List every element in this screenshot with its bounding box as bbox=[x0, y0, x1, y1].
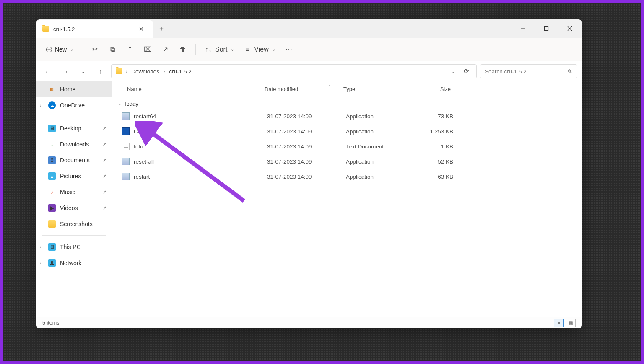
column-size[interactable]: Size bbox=[409, 86, 451, 92]
search-input[interactable] bbox=[485, 68, 567, 75]
sidebar-item-network[interactable]: › 🖧 Network bbox=[36, 255, 112, 271]
sidebar-label: This PC bbox=[60, 244, 81, 250]
new-button[interactable]: New ⌄ bbox=[42, 42, 77, 57]
expand-icon[interactable]: › bbox=[40, 103, 41, 108]
tab-active[interactable]: cru-1.5.2 ✕ bbox=[36, 20, 153, 38]
sidebar-item-downloads[interactable]: ↓Downloads📌︎ bbox=[36, 136, 112, 152]
ic-doc-icon: 📄︎ bbox=[48, 156, 56, 164]
chevron-right-icon: › bbox=[126, 69, 127, 74]
chevron-down-icon: ⌄ bbox=[118, 101, 121, 106]
sidebar-label: Network bbox=[60, 260, 81, 266]
pin-icon: 📌︎ bbox=[102, 190, 106, 195]
tab-close-button[interactable]: ✕ bbox=[135, 23, 147, 35]
minimize-button[interactable] bbox=[511, 19, 535, 38]
file-name: restart bbox=[134, 174, 267, 180]
chevron-down-icon: ⌄ bbox=[272, 47, 275, 52]
up-button[interactable]: ↑ bbox=[93, 64, 108, 78]
file-list: Name Date modified Type Size ⌄ Today res… bbox=[112, 81, 582, 317]
file-icon bbox=[122, 143, 130, 150]
rename-icon: ⌧ bbox=[143, 45, 152, 54]
sidebar-label: Music bbox=[60, 189, 75, 195]
sidebar-item-documents[interactable]: 📄︎Documents📌︎ bbox=[36, 152, 112, 168]
file-size: 1,253 KB bbox=[411, 128, 453, 135]
close-button[interactable] bbox=[558, 19, 582, 38]
delete-button[interactable]: 🗑︎ bbox=[175, 42, 190, 57]
file-row[interactable]: reset-all31-07-2023 14:09Application52 K… bbox=[112, 154, 582, 169]
new-tab-button[interactable]: ＋ bbox=[153, 19, 170, 38]
ic-video-icon: ▶ bbox=[48, 204, 56, 212]
status-bar: 5 items ≡ ▦ bbox=[36, 317, 582, 328]
recent-button[interactable]: ⌄ bbox=[76, 64, 90, 78]
details-view-toggle[interactable]: ≡ bbox=[554, 319, 564, 327]
ic-music-icon: ♪ bbox=[48, 188, 56, 196]
file-date: 31-07-2023 14:09 bbox=[267, 174, 346, 180]
view-button[interactable]: ≡ View ⌄ bbox=[240, 42, 278, 57]
ic-down-icon: ↓ bbox=[48, 140, 56, 148]
more-button[interactable]: ⋯ bbox=[281, 42, 296, 57]
home-icon: 🏠︎ bbox=[48, 86, 56, 93]
maximize-button[interactable] bbox=[535, 19, 558, 38]
view-icon: ≡ bbox=[243, 45, 252, 54]
sidebar-item-onedrive[interactable]: › ☁ OneDrive bbox=[36, 97, 112, 113]
sidebar-label: Screenshots bbox=[60, 221, 93, 227]
copy-button[interactable]: ⧉ bbox=[105, 42, 120, 57]
column-date[interactable]: Date modified bbox=[265, 86, 343, 92]
forward-button[interactable]: → bbox=[58, 64, 73, 78]
breadcrumb-item-downloads[interactable]: Downloads bbox=[130, 68, 160, 75]
titlebar: cru-1.5.2 ✕ ＋ bbox=[36, 19, 582, 38]
copy-icon: ⧉ bbox=[108, 45, 117, 54]
clipboard-icon: 📋︎ bbox=[126, 45, 134, 54]
file-type: Text Document bbox=[346, 143, 411, 150]
toolbar: New ⌄ ✂ ⧉ 📋︎ ⌧ ↗ 🗑︎ ↑↓ Sort ⌄ ≡ View ⌄ ⋯ bbox=[36, 38, 582, 61]
file-row[interactable]: restart31-07-2023 14:09Application63 KB bbox=[112, 169, 582, 184]
sidebar-item-thispc[interactable]: › 🖥︎ This PC bbox=[36, 239, 112, 255]
breadcrumb-item-current[interactable]: cru-1.5.2 bbox=[168, 68, 192, 75]
group-header-today[interactable]: ⌄ Today bbox=[112, 97, 582, 109]
sidebar-item-music[interactable]: ♪Music📌︎ bbox=[36, 184, 112, 200]
sidebar-label: Desktop bbox=[60, 125, 81, 132]
sidebar-item-home[interactable]: 🏠︎ Home bbox=[36, 81, 112, 97]
sidebar-item-videos[interactable]: ▶Videos📌︎ bbox=[36, 200, 112, 216]
monitor-icon: 🖥︎ bbox=[48, 243, 56, 251]
status-text: 5 items bbox=[42, 320, 59, 326]
sidebar-item-screenshots[interactable]: Screenshots bbox=[36, 216, 112, 232]
sort-button[interactable]: ↑↓ Sort ⌄ bbox=[201, 42, 237, 57]
sidebar-label: Downloads bbox=[60, 141, 89, 148]
file-date: 31-07-2023 14:09 bbox=[267, 143, 346, 150]
expand-icon[interactable]: › bbox=[40, 261, 41, 265]
folder-icon bbox=[42, 26, 49, 32]
file-row[interactable]: restart6431-07-2023 14:09Application73 K… bbox=[112, 109, 582, 124]
expand-icon[interactable]: › bbox=[40, 245, 41, 250]
paste-button[interactable]: 📋︎ bbox=[122, 42, 138, 57]
thumbnails-view-toggle[interactable]: ▦ bbox=[566, 319, 576, 327]
search-icon: 🔍︎ bbox=[567, 68, 573, 75]
file-type: Application bbox=[346, 159, 411, 165]
sidebar-item-desktop[interactable]: 🖥︎Desktop📌︎ bbox=[36, 120, 112, 136]
file-date: 31-07-2023 14:09 bbox=[267, 159, 346, 165]
sort-label: Sort bbox=[215, 46, 227, 53]
ic-folder-icon bbox=[48, 220, 56, 228]
back-button[interactable]: ← bbox=[41, 64, 55, 78]
column-headers: Name Date modified Type Size bbox=[112, 81, 582, 97]
share-button[interactable]: ↗ bbox=[158, 42, 173, 57]
file-size: 73 KB bbox=[411, 113, 453, 120]
cut-button[interactable]: ✂ bbox=[87, 42, 102, 57]
refresh-button[interactable]: ⟳ bbox=[460, 65, 472, 77]
address-dropdown[interactable]: ⌄ bbox=[447, 65, 459, 77]
column-name[interactable]: Name bbox=[127, 86, 265, 92]
file-name: CRU bbox=[134, 128, 267, 135]
rename-button[interactable]: ⌧ bbox=[140, 42, 155, 57]
address-bar[interactable]: › Downloads › cru-1.5.2 ⌄ ⟳ bbox=[111, 64, 477, 78]
file-icon bbox=[122, 127, 130, 135]
sidebar-item-pictures[interactable]: ▲Pictures📌︎ bbox=[36, 168, 112, 184]
folder-icon bbox=[116, 68, 122, 74]
column-type[interactable]: Type bbox=[343, 86, 409, 92]
file-row[interactable]: Info31-07-2023 14:09Text Document1 KB bbox=[112, 139, 582, 154]
file-row[interactable]: CRU31-07-2023 14:09Application1,253 KB bbox=[112, 124, 582, 139]
scissors-icon: ✂ bbox=[91, 45, 99, 54]
trash-icon: 🗑︎ bbox=[179, 45, 187, 54]
navigation-row: ← → ⌄ ↑ › Downloads › cru-1.5.2 ⌄ ⟳ 🔍︎ bbox=[36, 61, 582, 81]
file-date: 31-07-2023 14:09 bbox=[267, 113, 346, 120]
search-box[interactable]: 🔍︎ bbox=[480, 64, 577, 78]
sidebar-label: Home bbox=[60, 86, 75, 93]
